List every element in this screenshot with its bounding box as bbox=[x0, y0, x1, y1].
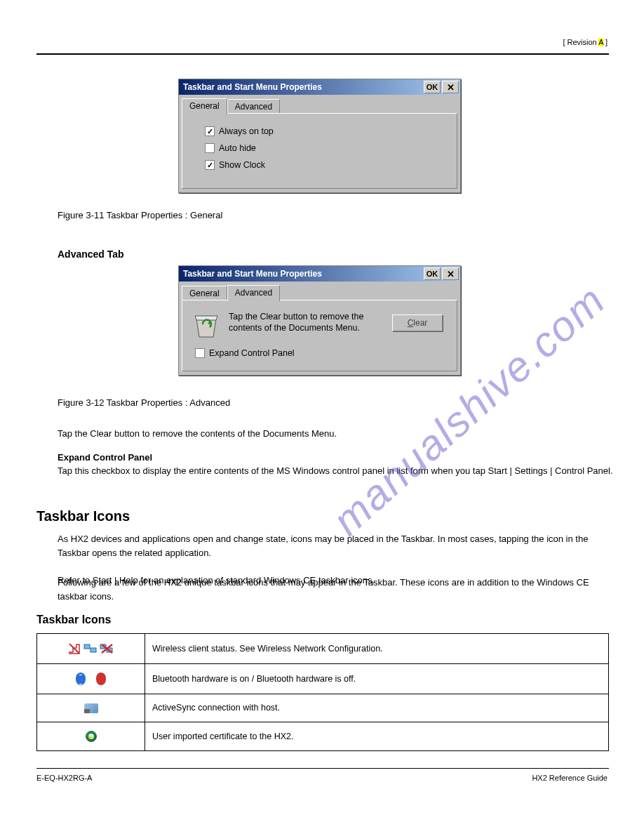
icon-cell-wifi bbox=[37, 634, 145, 664]
titlebar[interactable]: Taskbar and Start Menu Properties OK ✕ bbox=[179, 266, 460, 282]
wifi-signal-icon bbox=[68, 642, 81, 655]
table-row: Bluetooth hardware is on / Bluetooth har… bbox=[37, 664, 609, 694]
dialog-body: Always on top Auto hide Show Clock bbox=[182, 113, 457, 189]
ok-button[interactable]: OK bbox=[424, 81, 441, 93]
figure-caption-2: Figure 3-12 Taskbar Properties : Advance… bbox=[58, 397, 230, 408]
wifi-connected-icon bbox=[83, 642, 98, 655]
row-auto-hide: Auto hide bbox=[205, 143, 447, 153]
title-text: Taskbar and Start Menu Properties bbox=[183, 269, 422, 279]
checkbox-show-clock[interactable] bbox=[205, 160, 215, 170]
svg-rect-2 bbox=[90, 648, 96, 652]
dialog-body: Tap the Clear button to remove the conte… bbox=[182, 300, 457, 371]
section-advanced-tab: Advanced Tab bbox=[58, 249, 124, 260]
tab-advanced[interactable]: Advanced bbox=[227, 285, 280, 301]
body-expand-text: Tap this checkbox to display the entire … bbox=[58, 465, 613, 476]
table-row: Wireless client status. See Wireless Net… bbox=[37, 634, 609, 664]
icon-cell-bluetooth bbox=[37, 664, 145, 694]
label-auto-hide: Auto hide bbox=[219, 143, 256, 153]
advanced-description: Tap the Clear button to remove the conte… bbox=[229, 309, 384, 333]
desc-cell: Bluetooth hardware is on / Bluetooth har… bbox=[145, 664, 609, 694]
taskbar-properties-dialog-advanced: Taskbar and Start Menu Properties OK ✕ G… bbox=[178, 265, 461, 376]
footer-rule bbox=[36, 768, 609, 769]
icon-cell-certificate bbox=[37, 722, 145, 750]
clear-button[interactable]: Clear bbox=[392, 315, 443, 331]
checkbox-expand-control-panel[interactable] bbox=[195, 348, 205, 358]
desc-cell: ActiveSync connection with host. bbox=[145, 694, 609, 722]
footer-right: HX2 Reference Guide bbox=[532, 774, 608, 782]
activesync-icon bbox=[84, 703, 98, 713]
certificate-icon bbox=[86, 731, 97, 742]
body-clear-text: Tap the Clear button to remove the conte… bbox=[58, 427, 613, 441]
label-always-on-top: Always on top bbox=[219, 126, 274, 136]
close-button[interactable]: ✕ bbox=[442, 81, 459, 93]
document-body-1: Tap the Clear button to remove the conte… bbox=[58, 427, 613, 478]
svg-rect-1 bbox=[84, 644, 90, 649]
row-show-clock: Show Clock bbox=[205, 160, 447, 170]
bluetooth-on-icon bbox=[76, 673, 86, 685]
taskbar-icons-table: Wireless client status. See Wireless Net… bbox=[36, 633, 609, 751]
section-taskbar-icons-sub: Taskbar Icons bbox=[36, 614, 111, 626]
taskbar-properties-dialog-general: Taskbar and Start Menu Properties OK ✕ G… bbox=[178, 79, 461, 193]
bluetooth-off-icon bbox=[96, 673, 106, 685]
tab-advanced[interactable]: Advanced bbox=[227, 99, 280, 114]
table-row: ActiveSync connection with host. bbox=[37, 694, 609, 722]
row-expand-control-panel: Expand Control Panel bbox=[195, 348, 447, 358]
title-text: Taskbar and Start Menu Properties bbox=[183, 82, 422, 92]
checkbox-auto-hide[interactable] bbox=[205, 143, 215, 153]
body-expand-heading: Expand Control Panel bbox=[58, 452, 152, 463]
desc-cell: User imported certificate to the HX2. bbox=[145, 722, 609, 750]
footer-left: E-EQ-HX2RG-A bbox=[36, 774, 92, 782]
table-row: User imported certificate to the HX2. bbox=[37, 722, 609, 750]
close-button[interactable]: ✕ bbox=[442, 267, 459, 280]
tab-general[interactable]: General bbox=[182, 98, 227, 114]
desc-cell: Wireless client status. See Wireless Net… bbox=[145, 634, 609, 664]
titlebar[interactable]: Taskbar and Start Menu Properties OK ✕ bbox=[179, 79, 460, 95]
tab-general[interactable]: General bbox=[182, 286, 227, 300]
label-expand-control-panel: Expand Control Panel bbox=[209, 348, 295, 358]
label-show-clock: Show Clock bbox=[219, 160, 265, 170]
section-taskbar-icons: Taskbar Icons bbox=[36, 508, 130, 524]
header-rule bbox=[36, 53, 609, 55]
row-always-on-top: Always on top bbox=[205, 126, 447, 136]
tabstrip: General Advanced bbox=[179, 282, 460, 300]
recycle-bin-icon bbox=[192, 309, 220, 338]
ok-button[interactable]: OK bbox=[424, 267, 441, 280]
icon-cell-activesync bbox=[37, 694, 145, 722]
wifi-disconnected-icon bbox=[100, 642, 114, 655]
figure-caption-1: Figure 3-11 Taskbar Properties : General bbox=[58, 210, 222, 220]
header-revision: [ Revision A ] bbox=[563, 38, 608, 46]
checkbox-always-on-top[interactable] bbox=[205, 126, 215, 136]
tabstrip: General Advanced bbox=[179, 95, 460, 114]
document-body-3: Following are a few of the HX2 unique ta… bbox=[58, 576, 613, 603]
